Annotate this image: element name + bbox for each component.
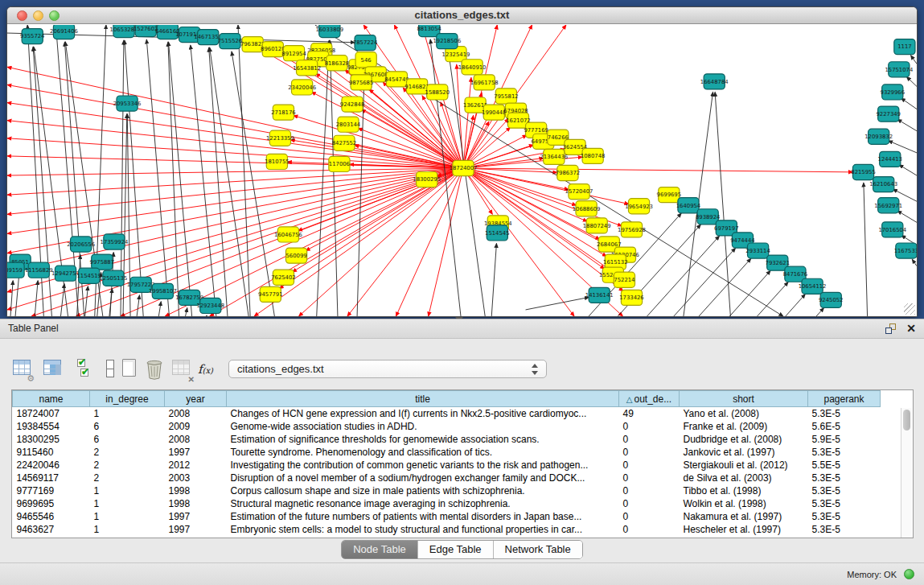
table-cell[interactable]: 2012 bbox=[165, 459, 227, 472]
table-cell[interactable]: 19384554 bbox=[13, 420, 90, 433]
citation-edge[interactable] bbox=[7, 103, 463, 168]
edge[interactable] bbox=[715, 92, 730, 316]
graph-node[interactable]: 7986372 bbox=[556, 165, 580, 180]
tab-edge-table[interactable]: Edge Table bbox=[418, 541, 494, 558]
table-cell[interactable]: 1998 bbox=[165, 497, 227, 510]
resize-grip[interactable] bbox=[904, 303, 915, 315]
edge[interactable] bbox=[449, 51, 486, 316]
graph-node[interactable]: 16543812 bbox=[293, 60, 321, 76]
graph-node[interactable]: 10688609 bbox=[573, 201, 601, 216]
table-cell[interactable]: 5.3E-5 bbox=[808, 523, 881, 536]
table-row[interactable]: 1456911722003Disruption of a novel membe… bbox=[13, 472, 881, 484]
table-cell[interactable]: 0 bbox=[619, 472, 680, 484]
graph-node[interactable]: 9329966 bbox=[881, 84, 905, 100]
table-cell[interactable]: 5.6E-5 bbox=[808, 420, 881, 433]
graph-node[interactable]: 18640910 bbox=[458, 60, 487, 75]
citation-edge[interactable] bbox=[7, 84, 463, 168]
table-cell[interactable]: 2003 bbox=[165, 472, 227, 484]
graph-node[interactable]: 19958107 bbox=[149, 283, 177, 299]
graph-node[interactable]: 16046756 bbox=[274, 227, 302, 242]
table-cell[interactable]: 22420046 bbox=[13, 459, 90, 472]
table-cell[interactable]: Embryonic stem cells: a model to study s… bbox=[227, 523, 619, 536]
graph-node[interactable]: 8186328 bbox=[325, 56, 349, 71]
table-row[interactable]: 1938455462009Genome-wide association stu… bbox=[13, 420, 881, 433]
edge[interactable] bbox=[911, 56, 917, 64]
edge[interactable] bbox=[897, 211, 917, 222]
table-cell[interactable]: 2 bbox=[90, 459, 165, 472]
table-row[interactable]: 946362711997Embryonic stem cells: a mode… bbox=[13, 523, 881, 536]
table-cell[interactable]: 6 bbox=[90, 433, 165, 446]
graph-node[interactable]: 20206556 bbox=[67, 237, 95, 252]
table-cell[interactable]: 5.3E-5 bbox=[808, 497, 881, 510]
citation-edge[interactable] bbox=[463, 168, 574, 316]
edge[interactable] bbox=[191, 45, 216, 316]
table-cell[interactable]: 1 bbox=[90, 407, 165, 421]
zoom-window-icon[interactable] bbox=[49, 10, 60, 21]
table-cell[interactable]: 6 bbox=[90, 420, 165, 433]
memory-ok-indicator-icon[interactable] bbox=[904, 569, 914, 579]
new-column-icon[interactable] bbox=[119, 357, 142, 381]
graph-node[interactable]: 8912954 bbox=[281, 46, 306, 61]
graph-node[interactable]: 2803144 bbox=[336, 117, 360, 132]
scrollbar-thumb[interactable] bbox=[903, 410, 910, 431]
edge[interactable] bbox=[158, 302, 161, 316]
table-cell[interactable]: Franke et al. (2009) bbox=[680, 420, 808, 433]
graph-node[interactable]: 7857224 bbox=[353, 35, 377, 51]
show-columns-icon[interactable] bbox=[42, 357, 64, 381]
graph-node[interactable]: 1990448 bbox=[482, 105, 506, 120]
table-select-dropdown[interactable]: citations_edges.txt bbox=[228, 360, 547, 378]
graph-node[interactable]: 17359924 bbox=[101, 234, 129, 249]
table-cell[interactable]: Investigating the contribution of common… bbox=[227, 459, 619, 472]
network-graph-canvas[interactable]: 1872400712325419186409101696175879558121… bbox=[7, 25, 917, 316]
table-cell[interactable]: 9465546 bbox=[13, 510, 90, 523]
table-cell[interactable]: Tibbo et al. (1998) bbox=[680, 484, 808, 497]
table-row[interactable]: 1830029562008Estimation of significance … bbox=[13, 433, 881, 446]
graph-node[interactable]: 12093832 bbox=[864, 129, 893, 144]
graph-node[interactable]: 1514545 bbox=[485, 225, 509, 241]
graph-node[interactable]: 1117 bbox=[894, 39, 915, 55]
table-scrollbar[interactable] bbox=[901, 408, 912, 538]
graph-node[interactable]: 9355724 bbox=[20, 29, 44, 44]
graph-node[interactable]: 12942757 bbox=[51, 266, 80, 281]
table-cell[interactable]: 49 bbox=[619, 407, 680, 421]
edge[interactable] bbox=[491, 243, 496, 316]
graph-node[interactable]: 1167533 bbox=[894, 243, 917, 258]
table-cell[interactable]: Nakamura et al. (1997) bbox=[680, 510, 808, 523]
table-cell[interactable]: 1997 bbox=[165, 510, 227, 523]
edge[interactable] bbox=[899, 165, 917, 175]
graph-node[interactable]: 1733426 bbox=[619, 290, 643, 305]
graph-node[interactable]: 12923448 bbox=[196, 298, 224, 313]
edge[interactable] bbox=[186, 308, 187, 316]
graph-node[interactable]: 18724007 bbox=[450, 160, 478, 175]
table-cell[interactable]: 9777169 bbox=[13, 484, 90, 497]
graph-node[interactable]: 1588520 bbox=[425, 84, 450, 100]
graph-node[interactable]: 546 bbox=[355, 52, 376, 68]
table-cell[interactable]: Jankovic et al. (1997) bbox=[680, 446, 808, 459]
graph-node[interactable]: 21364436 bbox=[540, 149, 568, 164]
select-all-columns-icon[interactable]: ✔✔ bbox=[74, 357, 97, 381]
edge[interactable] bbox=[674, 248, 736, 316]
table-header-row[interactable]: namein_degreeyeartitle△out_de...shortpag… bbox=[13, 391, 881, 407]
citation-edge[interactable] bbox=[463, 168, 852, 172]
table-cell[interactable]: Dudbridge et al. (2008) bbox=[680, 433, 808, 446]
edge[interactable] bbox=[169, 42, 192, 316]
graph-node[interactable]: 16648784 bbox=[700, 74, 729, 89]
graph-node[interactable]: 9242848 bbox=[340, 97, 364, 112]
graph-node[interactable]: 19756928 bbox=[618, 222, 646, 237]
graph-node[interactable]: 18300295 bbox=[413, 172, 441, 187]
table-cell[interactable]: 0 bbox=[619, 420, 680, 433]
edge[interactable] bbox=[317, 40, 330, 316]
table-cell[interactable]: 1998 bbox=[165, 484, 227, 497]
table-row[interactable]: 977716911998Corpus callosum shape and si… bbox=[13, 484, 881, 497]
float-panel-icon[interactable] bbox=[885, 323, 897, 335]
table-cell[interactable]: Hescheler et al. (1997) bbox=[680, 523, 808, 536]
table-cell[interactable]: 0 bbox=[619, 497, 680, 510]
edge[interactable] bbox=[238, 25, 250, 316]
table-cell[interactable]: Corpus callosum shape and size in male p… bbox=[227, 484, 619, 497]
table-cell[interactable]: 9463627 bbox=[13, 523, 90, 536]
tab-network-table[interactable]: Network Table bbox=[494, 541, 582, 558]
edge[interactable] bbox=[357, 53, 365, 316]
graph-node[interactable]: 19654923 bbox=[625, 199, 653, 214]
table-cell[interactable]: 2008 bbox=[165, 433, 227, 446]
column-header-in_degree[interactable]: in_degree bbox=[90, 391, 165, 407]
